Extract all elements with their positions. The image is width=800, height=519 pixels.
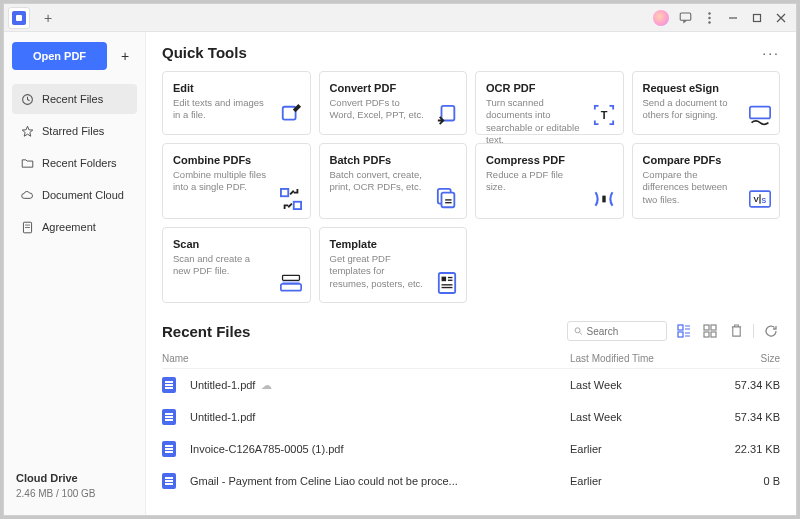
- star-icon: [20, 124, 34, 138]
- svg-rect-42: [704, 325, 709, 330]
- svg-rect-45: [711, 332, 716, 337]
- svg-rect-20: [602, 196, 605, 203]
- ai-orb-button[interactable]: [650, 7, 672, 29]
- logo-icon: [12, 11, 26, 25]
- file-row[interactable]: Untitled-1.pdf☁ Last Week 57.34 KB: [162, 369, 780, 401]
- svg-text:V: V: [753, 195, 759, 204]
- sidebar-item-label: Document Cloud: [42, 189, 124, 201]
- app-logo-tab[interactable]: [8, 7, 30, 29]
- pdf-file-icon: [162, 377, 176, 393]
- svg-rect-44: [704, 332, 709, 337]
- search-icon: [574, 326, 583, 336]
- document-icon: [20, 220, 34, 234]
- col-size[interactable]: Size: [710, 353, 780, 364]
- sidebar-item-label: Starred Files: [42, 125, 104, 137]
- quick-tools-more-button[interactable]: ···: [762, 45, 780, 61]
- cloud-icon: [20, 188, 34, 202]
- search-input[interactable]: [587, 326, 660, 337]
- svg-text:S: S: [762, 197, 767, 204]
- delete-button[interactable]: [727, 322, 745, 340]
- create-new-button[interactable]: +: [113, 44, 137, 68]
- cloud-drive-label: Cloud Drive: [16, 472, 133, 484]
- svg-rect-26: [282, 275, 299, 280]
- svg-rect-39: [678, 332, 683, 337]
- main-content: Quick Tools ··· Edit Edit texts and imag…: [146, 32, 796, 515]
- chat-button[interactable]: [674, 7, 696, 29]
- view-grid-button[interactable]: [701, 322, 719, 340]
- sidebar-item-starred-files[interactable]: Starred Files: [12, 116, 137, 146]
- sidebar-item-document-cloud[interactable]: Document Cloud: [12, 180, 137, 210]
- tool-ocr[interactable]: OCR PDF Turn scanned documents into sear…: [475, 71, 624, 135]
- file-row[interactable]: Gmail - Payment from Celine Liao could n…: [162, 465, 780, 497]
- svg-rect-29: [442, 277, 447, 282]
- tool-scan[interactable]: Scan Scan and create a new PDF file.: [162, 227, 311, 303]
- svg-point-3: [708, 21, 710, 23]
- batch-icon: [436, 188, 458, 210]
- svg-point-1: [708, 12, 710, 14]
- svg-rect-25: [280, 284, 300, 291]
- clock-icon: [20, 92, 34, 106]
- sidebar-item-label: Agreement: [42, 221, 96, 233]
- quick-tools-grid: Edit Edit texts and images in a file. Co…: [162, 71, 780, 303]
- minimize-icon: [728, 13, 738, 23]
- open-pdf-button[interactable]: Open PDF: [12, 42, 107, 70]
- app-window: + Open PDF + Recent Files: [3, 3, 797, 516]
- tool-batch[interactable]: Batch PDFs Batch convert, create, print,…: [319, 143, 468, 219]
- svg-point-2: [708, 16, 710, 18]
- edit-icon: [280, 104, 302, 126]
- titlebar: +: [4, 4, 796, 32]
- ocr-icon: T: [593, 104, 615, 126]
- refresh-button[interactable]: [762, 322, 780, 340]
- sidebar: Open PDF + Recent Files Starred Files Re…: [4, 32, 146, 515]
- file-list-header: Name Last Modified Time Size: [162, 349, 780, 369]
- tool-compress[interactable]: Compress PDF Reduce a PDF file size.: [475, 143, 624, 219]
- svg-rect-11: [442, 106, 455, 121]
- minimize-button[interactable]: [722, 7, 744, 29]
- svg-rect-28: [439, 273, 455, 293]
- template-icon: [436, 272, 458, 294]
- file-row[interactable]: Untitled-1.pdf Last Week 57.34 KB: [162, 401, 780, 433]
- svg-text:T: T: [600, 109, 607, 121]
- kebab-icon: [708, 12, 711, 24]
- tool-combine[interactable]: Combine PDFs Combine multiple files into…: [162, 143, 311, 219]
- view-list-button[interactable]: [675, 322, 693, 340]
- compress-icon: [593, 188, 615, 210]
- orb-icon: [653, 10, 669, 26]
- sidebar-item-recent-files[interactable]: Recent Files: [12, 84, 137, 114]
- svg-rect-13: [750, 107, 770, 119]
- tool-compare[interactable]: Compare PDFs Compare the differences bet…: [632, 143, 781, 219]
- file-row[interactable]: Invoice-C126A785-0005 (1).pdf Earlier 22…: [162, 433, 780, 465]
- search-box[interactable]: [567, 321, 667, 341]
- close-button[interactable]: [770, 7, 792, 29]
- compare-icon: VS: [749, 188, 771, 210]
- svg-rect-36: [678, 325, 683, 330]
- col-name[interactable]: Name: [162, 353, 570, 364]
- sidebar-item-agreement[interactable]: Agreement: [12, 212, 137, 242]
- pdf-file-icon: [162, 409, 176, 425]
- svg-rect-14: [280, 189, 287, 196]
- recent-files-title: Recent Files: [162, 323, 250, 340]
- tool-esign[interactable]: Request eSign Send a document to others …: [632, 71, 781, 135]
- tool-convert[interactable]: Convert PDF Convert PDFs to Word, Excel,…: [319, 71, 468, 135]
- svg-line-35: [580, 332, 582, 334]
- cloud-drive-usage: 2.46 MB / 100 GB: [16, 488, 133, 499]
- maximize-button[interactable]: [746, 7, 768, 29]
- sidebar-item-label: Recent Folders: [42, 157, 117, 169]
- chat-icon: [679, 11, 692, 24]
- scan-icon: [280, 272, 302, 294]
- cloud-sync-icon: ☁: [261, 379, 272, 392]
- new-tab-button[interactable]: +: [38, 8, 58, 28]
- convert-icon: [436, 104, 458, 126]
- col-modified[interactable]: Last Modified Time: [570, 353, 710, 364]
- tool-template[interactable]: Template Get great PDF templates for res…: [319, 227, 468, 303]
- svg-rect-43: [711, 325, 716, 330]
- sidebar-item-recent-folders[interactable]: Recent Folders: [12, 148, 137, 178]
- svg-rect-0: [680, 13, 691, 20]
- kebab-menu-button[interactable]: [698, 7, 720, 29]
- cloud-drive-footer[interactable]: Cloud Drive 2.46 MB / 100 GB: [12, 468, 137, 507]
- pdf-file-icon: [162, 441, 176, 457]
- sidebar-item-label: Recent Files: [42, 93, 103, 105]
- maximize-icon: [752, 13, 762, 23]
- svg-rect-5: [754, 14, 761, 21]
- tool-edit[interactable]: Edit Edit texts and images in a file.: [162, 71, 311, 135]
